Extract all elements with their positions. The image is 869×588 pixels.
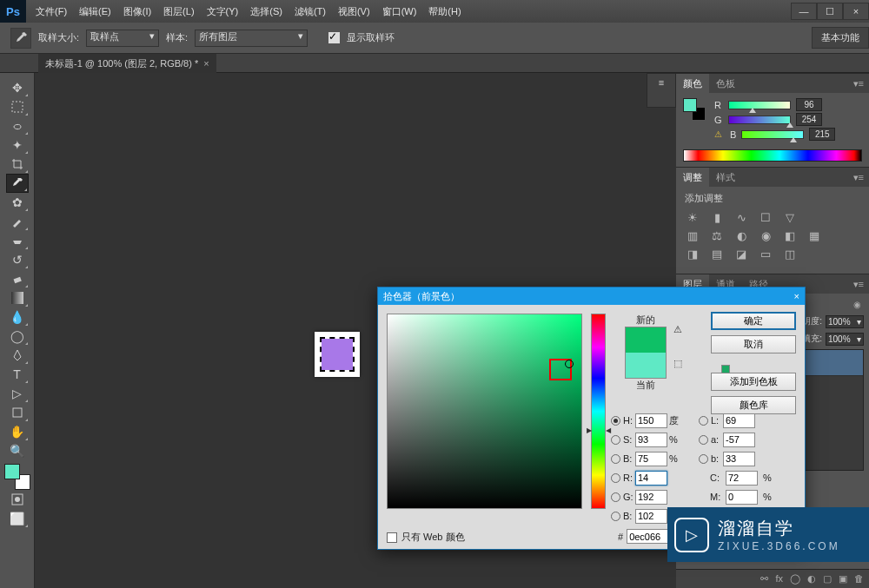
new-layer-icon[interactable]: ▣ <box>839 573 847 585</box>
saturation-value-field[interactable] <box>387 314 582 509</box>
input-c[interactable] <box>726 471 758 486</box>
radio-lab-b[interactable] <box>699 454 708 464</box>
artboard[interactable] <box>315 332 360 377</box>
menu-file[interactable]: 文件(F) <box>30 0 73 23</box>
marquee-tool[interactable] <box>6 97 29 116</box>
screenmode-toggle[interactable]: ⬜ <box>6 509 29 528</box>
input-s[interactable] <box>635 433 667 447</box>
current-color-swatch[interactable] <box>626 353 666 378</box>
menu-help[interactable]: 帮助(H) <box>422 0 467 23</box>
radio-h[interactable] <box>611 416 620 426</box>
channel-r-slider[interactable] <box>728 101 791 109</box>
hue-icon[interactable]: ▥ <box>685 228 700 242</box>
invert-icon[interactable]: ◨ <box>685 247 700 261</box>
tab-swatches[interactable]: 色板 <box>709 74 742 93</box>
menu-view[interactable]: 视图(V) <box>332 0 376 23</box>
window-close[interactable]: × <box>843 3 869 20</box>
pen-tool[interactable] <box>6 346 29 365</box>
document-tab-close-icon[interactable]: × <box>203 54 209 73</box>
color-lookup-icon[interactable]: ▦ <box>806 228 822 242</box>
gradient-map-icon[interactable]: ▭ <box>758 247 773 261</box>
menu-filter[interactable]: 滤镜(T) <box>289 0 332 23</box>
input-r[interactable] <box>635 471 667 486</box>
layer-fx-icon[interactable]: fx <box>775 573 783 585</box>
radio-s[interactable] <box>611 435 620 445</box>
channel-r-value[interactable]: 96 <box>796 98 822 111</box>
quickmask-toggle[interactable] <box>6 490 29 509</box>
sample-layers-select[interactable]: 所有图层 <box>195 30 308 47</box>
menu-edit[interactable]: 编辑(E) <box>73 0 117 23</box>
panel-menu-icon[interactable]: ▾≡ <box>848 279 869 290</box>
input-h[interactable] <box>635 413 667 428</box>
web-only-checkbox[interactable] <box>387 532 397 543</box>
filter-toggle[interactable]: ◉ <box>850 297 864 311</box>
color-ramp[interactable] <box>683 149 862 162</box>
tab-color[interactable]: 颜色 <box>676 74 709 93</box>
zoom-tool[interactable]: 🔍 <box>6 441 29 460</box>
dodge-tool[interactable]: ◯ <box>6 327 29 346</box>
lasso-tool[interactable] <box>6 116 29 135</box>
ok-button[interactable]: 确定 <box>711 312 796 330</box>
exposure-icon[interactable]: ☐ <box>758 210 773 224</box>
type-tool[interactable]: T <box>6 365 29 384</box>
input-b[interactable] <box>635 452 667 466</box>
workspace-essentials[interactable]: 基本功能 <box>812 27 869 49</box>
picker-titlebar[interactable]: 拾色器（前景色） × <box>378 287 805 305</box>
gamut-warning-icon[interactable]: ⚠ <box>673 324 682 335</box>
channel-b-slider[interactable] <box>741 130 804 139</box>
input-a[interactable] <box>723 433 755 447</box>
posterize-icon[interactable]: ▤ <box>709 247 725 261</box>
levels-icon[interactable]: ▮ <box>709 210 725 224</box>
selective-color-icon[interactable]: ◫ <box>782 247 798 261</box>
tab-adjustments[interactable]: 调整 <box>676 168 709 187</box>
photo-filter-icon[interactable]: ◉ <box>758 228 773 242</box>
radio-l[interactable] <box>699 416 708 426</box>
radio-a[interactable] <box>699 435 708 445</box>
history-panel-icon[interactable]: ≡ <box>659 77 664 88</box>
cancel-button[interactable]: 取消 <box>711 335 796 353</box>
gradient-tool[interactable] <box>6 288 29 307</box>
menu-image[interactable]: 图像(I) <box>117 0 157 23</box>
balance-icon[interactable]: ⚖ <box>709 228 725 242</box>
threshold-icon[interactable]: ◪ <box>733 247 749 261</box>
shape-tool[interactable] <box>6 403 29 422</box>
window-restore[interactable]: ☐ <box>817 3 843 20</box>
channel-b-value[interactable]: 215 <box>809 128 835 141</box>
menu-type[interactable]: 文字(Y) <box>201 0 245 23</box>
new-fill-icon[interactable]: ◐ <box>807 573 816 585</box>
menu-window[interactable]: 窗口(W) <box>376 0 423 23</box>
channel-mixer-icon[interactable]: ◧ <box>782 228 798 242</box>
input-g[interactable] <box>635 490 667 505</box>
channel-g-value[interactable]: 254 <box>796 113 822 126</box>
window-minimize[interactable]: — <box>791 3 817 20</box>
opacity-value[interactable]: 100%▾ <box>826 315 864 328</box>
websafe-warning-icon[interactable]: ⬚ <box>673 358 682 369</box>
radio-b[interactable] <box>611 454 620 464</box>
hue-strip[interactable] <box>591 314 606 509</box>
layer-mask-icon[interactable]: ◯ <box>790 573 800 585</box>
input-l[interactable] <box>723 413 755 428</box>
curves-icon[interactable]: ∿ <box>733 210 749 224</box>
menu-layer[interactable]: 图层(L) <box>157 0 200 23</box>
hand-tool[interactable]: ✋ <box>6 422 29 441</box>
brightness-icon[interactable]: ☀ <box>685 210 700 224</box>
history-brush-tool[interactable]: ↺ <box>6 250 29 269</box>
document-tab[interactable]: 未标题-1 @ 100% (图层 2, RGB/8) * × <box>38 54 216 73</box>
eraser-tool[interactable] <box>6 269 29 288</box>
tool-indicator-eyedropper[interactable] <box>10 28 31 49</box>
panel-menu-icon[interactable]: ▾≡ <box>848 78 869 89</box>
delete-layer-icon[interactable]: 🗑 <box>854 573 864 585</box>
gamut-warning-icon[interactable]: ⚠ <box>714 129 725 139</box>
input-lab-b[interactable] <box>723 452 755 466</box>
input-bl[interactable] <box>635 509 667 524</box>
eyedropper-tool[interactable] <box>6 174 29 193</box>
show-ring-checkbox[interactable] <box>328 32 340 43</box>
picker-close-icon[interactable]: × <box>794 287 799 305</box>
new-color-swatch[interactable] <box>626 327 666 353</box>
radio-g[interactable] <box>611 492 620 502</box>
new-group-icon[interactable]: ▢ <box>823 573 832 585</box>
add-to-swatches-button[interactable]: 添加到色板 <box>711 373 796 391</box>
tab-styles[interactable]: 样式 <box>709 168 742 187</box>
magic-wand-tool[interactable]: ✦ <box>6 135 29 155</box>
channel-g-slider[interactable] <box>728 116 791 124</box>
